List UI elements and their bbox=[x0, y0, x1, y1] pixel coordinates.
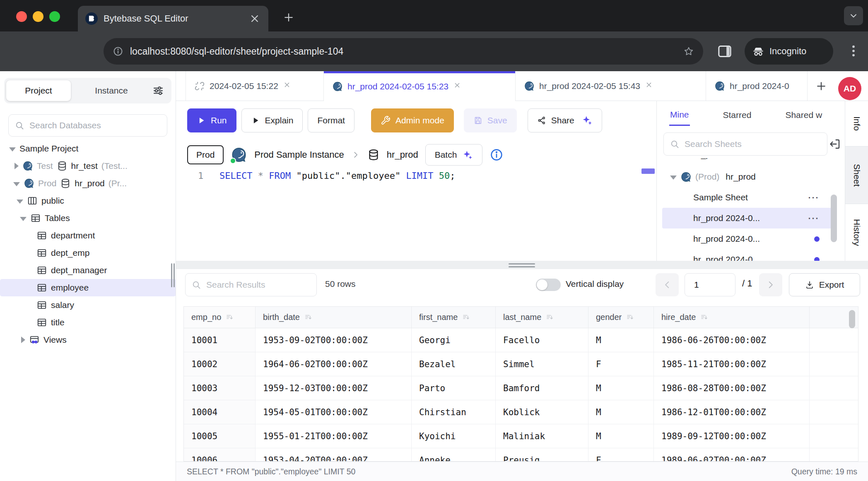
table-cell[interactable]: 10006 bbox=[184, 448, 256, 462]
table-cell[interactable]: Chirstian bbox=[412, 400, 496, 424]
editor-scrollbar-marker[interactable] bbox=[641, 168, 655, 174]
tree-item[interactable]: public bbox=[0, 192, 176, 209]
sheet-panel-tab[interactable]: Mine bbox=[669, 104, 690, 126]
database-search[interactable] bbox=[8, 114, 167, 137]
bookmark-star-icon[interactable] bbox=[683, 46, 694, 57]
close-icon[interactable] bbox=[283, 81, 294, 91]
caret-closed-icon[interactable] bbox=[14, 163, 19, 169]
divider-drag-handle[interactable] bbox=[509, 266, 535, 267]
avatar[interactable]: AD bbox=[838, 77, 861, 100]
sheet-list-item[interactable]: hr_prod 2024-0... bbox=[657, 228, 845, 249]
window-zoom-button[interactable] bbox=[49, 11, 60, 22]
table-cell[interactable]: 10005 bbox=[184, 424, 256, 448]
tree-item[interactable]: Tables bbox=[0, 209, 176, 227]
prev-page-button[interactable] bbox=[656, 273, 679, 296]
browser-menu-icon[interactable] bbox=[846, 43, 861, 59]
table-cell[interactable]: Preusig bbox=[496, 448, 588, 462]
more-menu-icon[interactable]: ⋯ bbox=[808, 216, 820, 220]
caret-open-icon[interactable] bbox=[9, 147, 16, 152]
table-cell[interactable]: 1986-06-26T00:00:00Z bbox=[654, 328, 810, 352]
run-button[interactable]: Run bbox=[187, 108, 236, 132]
table-cell[interactable]: 1953-04-20T00:00:00Z bbox=[256, 448, 412, 462]
tree-item[interactable]: Testhr_test(Test... bbox=[0, 157, 176, 175]
table-cell[interactable]: Facello bbox=[496, 328, 588, 352]
admin-mode-button[interactable]: Admin mode bbox=[371, 108, 454, 132]
more-menu-icon[interactable]: ⋯ bbox=[808, 195, 820, 200]
tab-project[interactable]: Project bbox=[6, 80, 71, 101]
table-row[interactable]: 100011953-09-02T00:00:00ZGeorgiFacelloM1… bbox=[184, 328, 858, 352]
tab-search-button[interactable] bbox=[844, 6, 863, 25]
new-sheet-button[interactable] bbox=[815, 80, 827, 92]
table-cell[interactable]: F bbox=[588, 352, 654, 376]
table-cell[interactable]: Kyoichi bbox=[412, 424, 496, 448]
table-row[interactable]: 100061953-04-20T00:00:00ZAnnekePreusigF1… bbox=[184, 448, 858, 462]
caret-open-icon[interactable] bbox=[20, 217, 27, 221]
table-cell[interactable]: 10004 bbox=[184, 400, 256, 424]
table-cell[interactable]: 1986-08-28T00:00:00Z bbox=[654, 376, 810, 400]
close-icon[interactable] bbox=[248, 12, 261, 25]
divider-drag-handle[interactable] bbox=[509, 263, 535, 265]
environment-chip[interactable]: Prod bbox=[187, 145, 224, 164]
sheet-list-item[interactable]: hr_prod 2024-0 bbox=[657, 249, 845, 261]
share-button[interactable]: Share bbox=[528, 108, 602, 132]
column-header[interactable]: last_name bbox=[496, 307, 588, 328]
tree-item[interactable]: title bbox=[0, 314, 176, 331]
filter-settings-icon[interactable] bbox=[152, 84, 164, 97]
table-cell[interactable]: 1964-06-02T00:00:00Z bbox=[256, 352, 412, 376]
table-cell[interactable]: 1985-11-21T00:00:00Z bbox=[654, 352, 810, 376]
table-cell[interactable]: F bbox=[588, 448, 654, 462]
format-button[interactable]: Format bbox=[308, 108, 354, 132]
database-name[interactable]: hr_prod bbox=[387, 149, 418, 160]
strip-tab-sheet[interactable]: Sheet bbox=[845, 146, 868, 204]
strip-tab-info[interactable]: Info bbox=[845, 101, 868, 146]
window-close-button[interactable] bbox=[16, 11, 27, 22]
table-cell[interactable]: Koblick bbox=[496, 400, 588, 424]
window-minimize-button[interactable] bbox=[33, 11, 43, 22]
table-cell[interactable]: 10003 bbox=[184, 376, 256, 400]
table-cell[interactable]: 1953-09-02T00:00:00Z bbox=[256, 328, 412, 352]
results-search[interactable] bbox=[185, 273, 317, 296]
table-cell[interactable]: M bbox=[588, 328, 654, 352]
sheet-list-scrollbar[interactable] bbox=[831, 195, 837, 242]
close-icon[interactable] bbox=[453, 81, 464, 92]
column-header[interactable]: gender bbox=[588, 307, 654, 328]
sheet-tab[interactable]: hr_prod 2024-02-05 15:43 bbox=[516, 71, 706, 101]
caret-open-icon[interactable] bbox=[670, 176, 677, 180]
table-cell[interactable]: 1986-12-01T00:00:00Z bbox=[654, 400, 810, 424]
table-cell[interactable]: 1959-12-03T00:00:00Z bbox=[256, 376, 412, 400]
tree-item[interactable]: Prodhr_prod(Pr... bbox=[0, 175, 176, 192]
table-cell[interactable]: Simmel bbox=[496, 352, 588, 376]
batch-button[interactable]: Batch bbox=[425, 144, 483, 166]
save-button[interactable]: Save bbox=[464, 108, 517, 132]
sheet-panel-tab[interactable]: Shared w bbox=[784, 104, 823, 125]
export-button[interactable]: Export bbox=[789, 273, 860, 296]
column-header[interactable]: birth_date bbox=[256, 307, 412, 328]
table-cell[interactable]: M bbox=[588, 424, 654, 448]
sheet-search-input[interactable] bbox=[684, 139, 821, 149]
sql-code-line[interactable]: SELECT * FROM "public"."employee" LIMIT … bbox=[219, 171, 456, 181]
vertical-display-toggle[interactable] bbox=[536, 279, 561, 291]
table-cell[interactable]: 1989-06-02T00:00:00Z bbox=[654, 448, 810, 462]
instance-name[interactable]: Prod Sample Instance bbox=[254, 149, 344, 160]
database-search-input[interactable] bbox=[29, 120, 161, 131]
sheet-list-item[interactable]: hr_prod 2024-0... bbox=[657, 158, 845, 164]
table-row[interactable]: 100051955-01-21T00:00:00ZKyoichiMaliniak… bbox=[184, 424, 858, 448]
table-cell[interactable]: Bamford bbox=[496, 376, 588, 400]
table-scrollbar[interactable] bbox=[849, 310, 855, 328]
explain-button[interactable]: Explain bbox=[241, 108, 303, 132]
sidebar-resize-handle[interactable] bbox=[174, 263, 175, 287]
table-cell[interactable]: M bbox=[588, 376, 654, 400]
tree-item[interactable]: dept_emp bbox=[0, 244, 176, 262]
table-cell[interactable]: Bezalel bbox=[412, 352, 496, 376]
pane-divider[interactable] bbox=[176, 261, 868, 269]
tree-item[interactable]: Sample Project bbox=[0, 140, 176, 157]
address-bar[interactable]: localhost:8080/sql-editor/sheet/project-… bbox=[104, 38, 703, 65]
sheet-search[interactable] bbox=[663, 132, 827, 156]
table-cell[interactable]: 10002 bbox=[184, 352, 256, 376]
sheet-list-item[interactable]: hr_prod 2024-0... ⋯ bbox=[662, 208, 834, 228]
strip-tab-history[interactable]: History bbox=[845, 204, 868, 261]
next-page-button[interactable] bbox=[759, 273, 782, 296]
table-row[interactable]: 100041954-05-01T00:00:00ZChirstianKoblic… bbox=[184, 400, 858, 424]
tree-item[interactable]: dept_manager bbox=[0, 262, 176, 279]
table-cell[interactable]: M bbox=[588, 400, 654, 424]
